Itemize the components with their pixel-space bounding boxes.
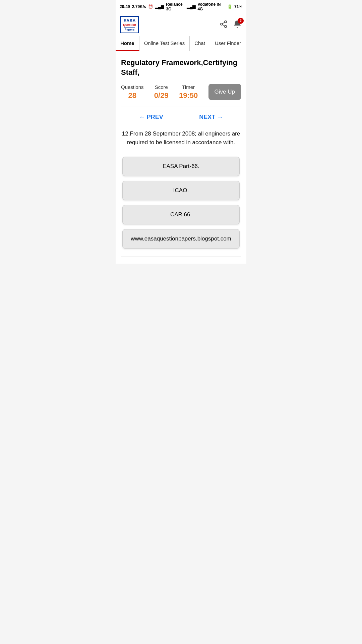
prev-button[interactable]: ← PREV: [139, 114, 163, 121]
carrier2: Vodafone IN 4G: [197, 2, 225, 11]
logo: EASA Question Papers: [120, 16, 139, 33]
tab-chat[interactable]: Chat: [190, 36, 210, 51]
spacer: [116, 264, 246, 331]
questions-stat: Questions 28: [121, 84, 144, 100]
option-1[interactable]: EASA Part-66.: [122, 157, 240, 176]
timer-value: 19:50: [179, 91, 198, 100]
timer-stat: Timer 19:50: [179, 84, 198, 100]
answer-options: EASA Part-66. ICAO. CAR 66. www.easaques…: [121, 157, 241, 249]
status-network: 2.79K/s: [132, 4, 146, 9]
next-button[interactable]: NEXT →: [199, 114, 223, 121]
navigation-buttons: ← PREV NEXT →: [121, 110, 241, 124]
notification-badge: 3: [238, 18, 244, 24]
stats-row: Questions 28 Score 0/29 Timer 19:50 Give…: [121, 84, 241, 100]
tab-online-test-series[interactable]: Online Test Series: [139, 36, 190, 51]
tab-user-finder[interactable]: User Finder: [210, 36, 246, 51]
logo-question: Question: [123, 23, 136, 26]
tab-home[interactable]: Home: [116, 36, 139, 51]
nav-tabs: Home Online Test Series Chat User Finder: [116, 36, 246, 51]
alarm-icon: ⏰: [148, 4, 153, 9]
signal-icon: ▂▄▆: [155, 4, 164, 9]
score-label: Score: [155, 84, 168, 90]
logo-papers: Papers: [124, 27, 134, 31]
svg-line-3: [223, 24, 225, 26]
score-value: 0/29: [154, 91, 169, 100]
questions-label: Questions: [121, 84, 144, 90]
carrier1: Reliance 3G: [166, 2, 187, 11]
page-title: Regulatory Framework,Certifying Staff,: [121, 58, 241, 77]
signal2-icon: ▂▄▆: [187, 4, 196, 9]
status-bar: 20:49 2.79K/s ⏰ ▂▄▆ Reliance 3G ▂▄▆ Voda…: [116, 0, 246, 13]
svg-line-4: [223, 22, 225, 23]
divider-2: [121, 257, 241, 257]
share-icon[interactable]: [220, 20, 228, 30]
header-icons: 3: [220, 20, 242, 30]
give-up-button[interactable]: Give Up: [208, 84, 241, 100]
notification-bell[interactable]: 3: [233, 20, 242, 30]
battery-level: 71%: [234, 4, 242, 9]
score-stat: Score 0/29: [154, 84, 169, 100]
questions-value: 28: [128, 91, 136, 100]
question-text: 12.From 28 September 2008; all engineers…: [121, 129, 241, 147]
status-time: 20:49: [120, 4, 130, 9]
app-header: EASA Question Papers 3: [116, 13, 246, 36]
divider-1: [121, 107, 241, 107]
logo-box: EASA Question Papers: [120, 16, 139, 33]
option-4[interactable]: www.easaquestionpapers.blogspot.com: [122, 229, 240, 249]
option-2[interactable]: ICAO.: [122, 181, 240, 200]
timer-label: Timer: [182, 84, 195, 90]
option-3[interactable]: CAR 66.: [122, 205, 240, 224]
main-content: Regulatory Framework,Certifying Staff, Q…: [116, 51, 246, 264]
logo-easa: EASA: [123, 18, 135, 23]
battery-icon: 🔋: [227, 4, 232, 9]
